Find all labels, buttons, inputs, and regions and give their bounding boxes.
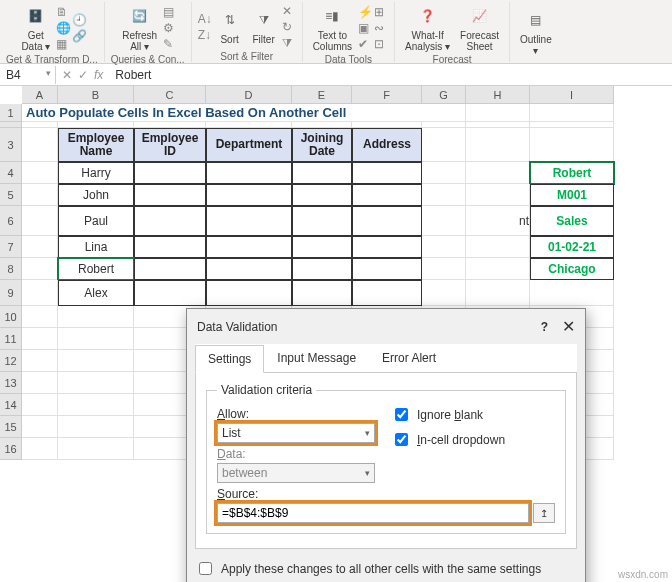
name-box[interactable]: B4 (0, 66, 56, 84)
source-input[interactable] (217, 503, 529, 523)
sort-icon: ⇅ (218, 8, 242, 32)
tab-settings[interactable]: Settings (195, 345, 264, 373)
row-header-5[interactable]: 5 (0, 184, 22, 206)
advanced-filter-icon[interactable]: ⧩ (282, 36, 296, 50)
sort-desc-icon[interactable]: Z↓ (198, 28, 212, 42)
tab-error-alert[interactable]: Error Alert (369, 344, 449, 372)
chevron-down-icon: ▾ (365, 468, 370, 478)
flash-fill-icon[interactable]: ⚡ (358, 5, 372, 19)
text-to-columns-label: Text toColumns (313, 30, 352, 52)
remove-duplicates-icon[interactable]: ▣ (358, 21, 372, 35)
data-label: Data: (217, 447, 375, 461)
row-header-14[interactable]: 14 (0, 394, 22, 416)
data-validation-icon[interactable]: ✔ (358, 37, 372, 51)
row-header-1[interactable]: 1 (0, 104, 22, 122)
data-dropdown: between ▾ (217, 463, 375, 483)
enter-icon[interactable]: ✓ (78, 68, 88, 82)
filter-button[interactable]: ⧩ Filter (248, 6, 280, 47)
refresh-all-label: RefreshAll ▾ (122, 30, 157, 52)
text-to-columns-button[interactable]: ≡▮ Text toColumns (309, 2, 356, 54)
col-header-I[interactable]: I (530, 86, 614, 104)
row-header-6[interactable]: 6 (0, 206, 22, 236)
recent-sources-icon[interactable]: 🕘 (72, 13, 86, 27)
cancel-icon[interactable]: ✕ (62, 68, 72, 82)
what-if-button[interactable]: ❓ What-IfAnalysis ▾ (401, 2, 454, 54)
consolidate-icon[interactable]: ⊞ (374, 5, 388, 19)
in-cell-dropdown-input[interactable] (395, 433, 408, 446)
formula-controls: ✕ ✓ fx (56, 68, 109, 82)
row-header-9[interactable]: 9 (0, 280, 22, 306)
formula-bar[interactable]: Robert (109, 66, 672, 84)
forecast-sheet-button[interactable]: 📈 ForecastSheet (456, 2, 503, 54)
sort-label: Sort (220, 34, 238, 45)
existing-connections-icon[interactable]: 🔗 (72, 29, 86, 43)
edit-links-icon[interactable]: ✎ (163, 37, 177, 51)
validation-criteria-fieldset: Validation criteria Allow: List ▾ Data: … (206, 383, 566, 534)
close-icon[interactable]: ✕ (562, 317, 575, 336)
col-header-F[interactable]: F (352, 86, 422, 104)
col-header-H[interactable]: H (466, 86, 530, 104)
data-model-icon[interactable]: ⊡ (374, 37, 388, 51)
ignore-blank-input[interactable] (395, 408, 408, 421)
row-header-11[interactable]: 11 (0, 328, 22, 350)
help-button[interactable]: ? (541, 320, 548, 334)
clear-filter-icon[interactable]: ✕ (282, 4, 296, 18)
sort-button[interactable]: ⇅ Sort (214, 6, 246, 47)
col-header-G[interactable]: G (422, 86, 466, 104)
row-header-13[interactable]: 13 (0, 372, 22, 394)
forecast-sheet-label: ForecastSheet (460, 30, 499, 52)
range-selector-button[interactable]: ↥ (533, 503, 555, 523)
ribbon-group-label: Queries & Con... (111, 54, 185, 65)
col-header-D[interactable]: D (206, 86, 292, 104)
settings-panel: Validation criteria Allow: List ▾ Data: … (195, 373, 577, 549)
properties-icon[interactable]: ⚙ (163, 21, 177, 35)
reapply-icon[interactable]: ↻ (282, 20, 296, 34)
row-header-16[interactable]: 16 (0, 438, 22, 460)
queries-connections-icon[interactable]: ▤ (163, 5, 177, 19)
ribbon-group-queries: 🔄 RefreshAll ▾ ▤ ⚙ ✎ Queries & Con... (105, 2, 192, 62)
filter-label: Filter (253, 34, 275, 45)
formula-bar-row: B4 ✕ ✓ fx Robert (0, 64, 672, 86)
ribbon-group-data-tools: ≡▮ Text toColumns ⚡ ▣ ✔ ⊞ ∾ ⊡ Data Tools (303, 2, 395, 62)
worksheet-grid: ABCDEFGHI 1345678910111213141516 Auto Po… (0, 86, 672, 460)
from-text-icon[interactable]: 🗎 (56, 5, 70, 19)
row-header-12[interactable]: 12 (0, 350, 22, 372)
allow-value: List (222, 426, 241, 440)
data-validation-dialog: Data Validation ? ✕ Settings Input Messa… (186, 308, 586, 582)
col-header-C[interactable]: C (134, 86, 206, 104)
from-web-icon[interactable]: 🌐 (56, 21, 70, 35)
ribbon: 🗄️ GetData ▾ 🗎 🌐 ▦ 🕘 🔗 Get & Transform D… (0, 0, 672, 64)
ribbon-group-sort-filter: A↓ Z↓ ⇅ Sort ⧩ Filter ✕ ↻ ⧩ Sort & Filte… (192, 2, 303, 62)
funnel-icon: ⧩ (252, 8, 276, 32)
row-header-8[interactable]: 8 (0, 258, 22, 280)
row-header-4[interactable]: 4 (0, 162, 22, 184)
tab-input-message[interactable]: Input Message (264, 344, 369, 372)
text-columns-icon: ≡▮ (320, 4, 344, 28)
dialog-title: Data Validation (197, 320, 278, 334)
fx-icon[interactable]: fx (94, 68, 103, 82)
row-header-3[interactable]: 3 (0, 128, 22, 162)
ignore-blank-checkbox[interactable]: Ignore blank (391, 405, 505, 424)
in-cell-dropdown-checkbox[interactable]: In-cell dropdown (391, 430, 505, 449)
apply-all-input[interactable] (199, 562, 212, 575)
row-header-7[interactable]: 7 (0, 236, 22, 258)
whatif-icon: ❓ (416, 4, 440, 28)
apply-all-checkbox[interactable]: Apply these changes to all other cells w… (195, 559, 541, 578)
from-table-icon[interactable]: ▦ (56, 37, 70, 51)
relationships-icon[interactable]: ∾ (374, 21, 388, 35)
row-headers: 1345678910111213141516 (0, 104, 22, 460)
outline-button[interactable]: ▤ Outline▾ (516, 6, 556, 58)
get-data-button[interactable]: 🗄️ GetData ▾ (17, 2, 54, 54)
dialog-titlebar[interactable]: Data Validation ? ✕ (187, 309, 585, 344)
ribbon-group-label: Forecast (433, 54, 472, 65)
sort-asc-icon[interactable]: A↓ (198, 12, 212, 26)
outline-label: Outline▾ (520, 34, 552, 56)
col-header-E[interactable]: E (292, 86, 352, 104)
row-header-15[interactable]: 15 (0, 416, 22, 438)
col-header-B[interactable]: B (58, 86, 134, 104)
dialog-tabs: Settings Input Message Error Alert (195, 344, 577, 373)
col-header-A[interactable]: A (22, 86, 58, 104)
allow-dropdown[interactable]: List ▾ (217, 423, 375, 443)
row-header-10[interactable]: 10 (0, 306, 22, 328)
refresh-all-button[interactable]: 🔄 RefreshAll ▾ (118, 2, 161, 54)
